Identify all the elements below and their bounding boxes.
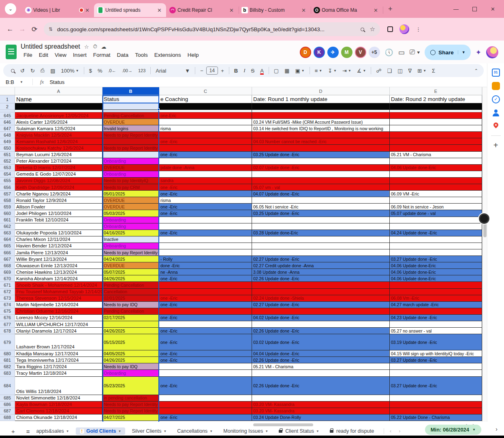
sheet-tab-gold-clients[interactable]: !Gold Clients▼ — [76, 427, 126, 435]
row-number[interactable]: 652 — [0, 158, 15, 165]
cell-coaching-656[interactable]: one -Eric — [159, 184, 252, 191]
tasks-icon[interactable] — [492, 95, 500, 103]
currency-icon[interactable]: $ — [86, 68, 95, 74]
row-number[interactable]: 683 — [0, 370, 15, 376]
cell-coaching-670[interactable]: one -Eric — [159, 275, 252, 282]
row-number[interactable]: 688 — [0, 414, 15, 421]
cell-name-673[interactable]: Theresa Stevenson 12/15/2024 — [15, 295, 103, 302]
cell-round2-664[interactable] — [390, 236, 482, 243]
row-number[interactable]: 673 — [0, 295, 15, 302]
row-number[interactable]: 684 — [0, 377, 15, 395]
cell-round1-653[interactable]: 02.07 Update done -Eric — [252, 165, 390, 171]
decrease-decimals-icon[interactable]: .0← — [105, 68, 119, 73]
site-settings-icon[interactable]: ⇅ — [49, 26, 53, 32]
cell-name-647[interactable]: Sulaiman Kamara 12/5/2024 — [15, 125, 103, 132]
collaborator-avatar[interactable]: D — [300, 47, 311, 58]
cell-round1-660[interactable]: 03.25 Update done -Eric — [252, 210, 390, 217]
cell-round2-670[interactable]: 04.06 Update done-Eric — [390, 275, 482, 282]
cell-round2-668[interactable]: 04.06 Update done-Eric — [390, 262, 482, 269]
cell-name-678[interactable]: Olaniyi Daramola 12/17/2024 — [15, 328, 103, 334]
cell-status-671[interactable]: Pending Cancellation — [103, 282, 159, 288]
toolbar-search-icon[interactable] — [11, 69, 15, 73]
cell-status-646[interactable]: OVERDUE — [103, 119, 159, 125]
cell-coaching-686[interactable] — [159, 402, 252, 408]
row-number[interactable]: 645 — [0, 112, 15, 119]
cell-round1-667[interactable]: 02.27 Update done -Eric — [252, 256, 390, 262]
cell-coaching-665[interactable] — [159, 243, 252, 249]
number-format-button[interactable]: 123 — [135, 68, 148, 73]
cell-name-684[interactable]: Otis Willis 12/18/2024 — [15, 377, 103, 395]
row-number[interactable]: 2 — [0, 103, 15, 110]
close-window-icon[interactable]: ✕ — [491, 6, 495, 12]
cell-round2-688[interactable]: 05.22 Update Done - Charisma — [390, 414, 482, 421]
cell-name-661[interactable]: Franklin Tebit 12/10/2024 — [15, 217, 103, 223]
cell-coaching-672[interactable] — [159, 289, 252, 295]
vertical-align-icon[interactable]: ↧ ▼ — [325, 68, 340, 74]
cell-status-648[interactable]: Needs to pay Report Identity — [103, 132, 159, 138]
menu-format[interactable]: Format — [90, 52, 113, 58]
cell-name-649[interactable]: Kemainn Rashahid 12/6/2024 — [15, 138, 103, 145]
cell-coaching-645[interactable]: one-Eric — [159, 112, 252, 119]
cell-status-664[interactable]: Inactive — [103, 236, 159, 243]
collaborator-avatar[interactable]: M — [341, 47, 352, 58]
cell-round2-672[interactable] — [390, 289, 482, 295]
row-number[interactable]: 655 — [0, 178, 15, 184]
cell-round2-653[interactable]: 04.06 Update done-Eric — [390, 165, 482, 171]
zoom-search-icon[interactable] — [361, 28, 364, 31]
cell-a2[interactable] — [15, 103, 103, 110]
cell-name-664[interactable]: Charles Mixon 12/11/2024 — [15, 236, 103, 243]
cell-round1-676[interactable]: 04.02 Update done -Eric — [252, 315, 390, 321]
row-number[interactable]: 646 — [0, 119, 15, 125]
star-icon[interactable]: ☆ — [84, 44, 89, 50]
row-number[interactable]: 654 — [0, 171, 15, 178]
meet-icon[interactable]: ⎚ ▾ — [410, 48, 420, 56]
row-number[interactable]: 668 — [0, 262, 15, 269]
cell-round1-681[interactable]: 02.26 Update done -Eric — [252, 357, 390, 363]
cell-name-652[interactable]: Peter Alexander 12/7/2024 — [15, 158, 103, 165]
cell-status-660[interactable]: 05/03/2025 — [103, 210, 159, 217]
print-icon[interactable]: ⎙ — [38, 67, 47, 74]
row-number[interactable]: 682 — [0, 363, 15, 370]
cell-round1-669[interactable]: 3.08 Update done -Anna — [252, 269, 390, 275]
cell-round1-646[interactable]: 03.24 VM Full/SMS -Mike (CRM Account Pas… — [252, 119, 390, 125]
insert-chart-icon[interactable]: ◫ — [395, 68, 405, 74]
cell-round2-661[interactable] — [390, 217, 482, 223]
cell-coaching-649[interactable]: one -Eric — [159, 138, 252, 145]
cell-round2-662[interactable] — [390, 223, 482, 230]
cell-name-648[interactable]: Kniqivia Macklin 12/5/2024 — [15, 132, 103, 138]
cell-round1-648[interactable] — [252, 132, 390, 138]
cell-round2-648[interactable] — [390, 132, 482, 138]
cell-coaching-682[interactable] — [159, 363, 252, 370]
cell-round1-683[interactable] — [252, 370, 390, 376]
cell-round1-675[interactable] — [252, 308, 390, 315]
cell-round1-687[interactable]: 03.20 VM- Kassandra — [252, 408, 390, 414]
row-number[interactable]: 656 — [0, 184, 15, 191]
cell-status-657[interactable]: 05/01/2025 — [103, 191, 159, 197]
cell-status-670[interactable]: 04/26/2025 — [103, 275, 159, 282]
filter-icon[interactable]: ∇ — [406, 68, 415, 74]
browser-menu-icon[interactable]: ⋮ — [416, 26, 421, 32]
row-number[interactable]: 680 — [0, 350, 15, 357]
cell-coaching-660[interactable]: one -Eric — [159, 210, 252, 217]
cell-c1[interactable]: e Coaching — [159, 95, 252, 103]
cell-round1-665[interactable] — [252, 243, 390, 249]
cell-name-667[interactable]: Willie Bryant 12/13/2024 — [15, 256, 103, 262]
row-number[interactable]: 665 — [0, 243, 15, 249]
cell-status-687[interactable]: Needs to pay Report Identity — [103, 408, 159, 414]
cell-round1-658[interactable] — [252, 197, 390, 204]
cell-status-684[interactable]: 05/23/2025 — [103, 377, 159, 395]
cell-round1-678[interactable]: 02.26 Update done -Eric — [252, 328, 390, 334]
cell-round2-687[interactable] — [390, 408, 482, 414]
text-rotate-icon[interactable]: ∡ ▼ — [354, 68, 369, 74]
calendar-icon[interactable] — [492, 69, 500, 77]
cell-name-658[interactable]: Ronald Taylor 12/9/2024 — [15, 197, 103, 204]
move-folder-icon[interactable]: ⏱ — [93, 43, 97, 50]
cell-name-666[interactable]: Jamila Pierre 12/13/2024 — [15, 249, 103, 256]
cell-name-654[interactable]: Gemeda E Godo 12/07/2024 — [15, 171, 103, 178]
cell-coaching-651[interactable]: one -Eric — [159, 152, 252, 158]
italic-icon[interactable]: I — [241, 67, 248, 74]
cell-status-655[interactable]: Needs to pay IdentityIQ — [103, 178, 159, 184]
cell-round2-675[interactable] — [390, 308, 482, 315]
row-number[interactable]: 649 — [0, 138, 15, 145]
cell-coaching-684[interactable]: one -Eric — [159, 377, 252, 395]
